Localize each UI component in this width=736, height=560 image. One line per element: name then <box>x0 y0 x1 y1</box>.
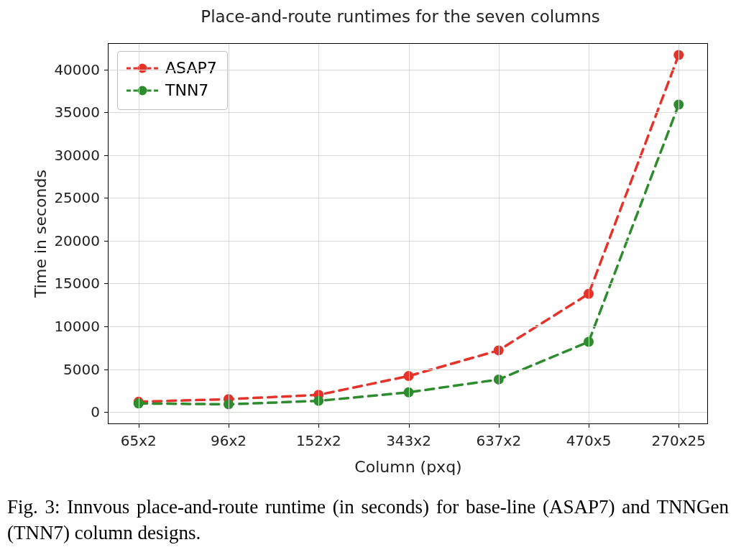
x-tick-label: 96x2 <box>211 423 247 449</box>
y-tick-label: 25000 <box>54 189 109 206</box>
gridline-vertical <box>499 44 500 423</box>
x-tick-label: 343x2 <box>386 423 431 449</box>
gridline-vertical <box>229 44 229 423</box>
gridline-vertical <box>678 44 679 423</box>
y-tick-label: 10000 <box>54 318 109 335</box>
caption-prefix: Fig. 3: <box>7 496 67 518</box>
x-tick-label: 270x25 <box>652 423 706 449</box>
gridline-horizontal <box>109 70 707 70</box>
y-tick-label: 0 <box>91 403 109 421</box>
gridline-horizontal <box>109 241 707 242</box>
gridline-horizontal <box>109 112 707 113</box>
gridline-horizontal <box>109 326 707 327</box>
plot-area: ASAP7TNN7 050001000015000200002500030000… <box>108 43 708 424</box>
y-tick-label: 30000 <box>54 147 109 164</box>
chart-title: Place-and-route runtimes for the seven c… <box>14 7 722 26</box>
legend-row: TNN7 <box>126 80 217 102</box>
x-tick-label: 637x2 <box>476 423 521 449</box>
gridline-horizontal <box>109 412 707 413</box>
gridline-vertical <box>318 44 319 423</box>
legend-label: ASAP7 <box>165 58 217 80</box>
x-tick-label: 470x5 <box>566 423 612 449</box>
gridline-vertical <box>409 44 410 423</box>
y-tick-label: 15000 <box>54 275 109 292</box>
gridline-vertical <box>589 44 589 423</box>
plot-frame: ASAP7TNN7 050001000015000200002500030000… <box>108 43 708 424</box>
y-tick-label: 40000 <box>54 61 109 78</box>
legend-label: TNN7 <box>165 80 208 102</box>
gridline-vertical <box>139 44 139 423</box>
y-axis-label: Time in seconds <box>32 170 50 298</box>
gridline-horizontal <box>109 283 707 284</box>
gridline-horizontal <box>109 198 707 198</box>
legend-swatch <box>126 60 158 76</box>
y-tick-label: 5000 <box>63 361 109 378</box>
y-tick-label: 20000 <box>54 232 109 249</box>
x-tick-label: 65x2 <box>121 423 157 449</box>
y-tick-label: 35000 <box>54 104 109 121</box>
x-axis-label: Column (pxq) <box>354 458 461 476</box>
x-tick-label: 152x2 <box>296 423 341 449</box>
caption-body: Innvous place-and-route runtime (in seco… <box>7 496 729 543</box>
figure-caption: Fig. 3: Innvous place-and-route runtime … <box>7 494 729 546</box>
legend-row: ASAP7 <box>126 58 217 80</box>
legend-swatch <box>126 83 158 98</box>
gridline-horizontal <box>109 369 707 370</box>
chart-legend: ASAP7TNN7 <box>117 51 228 110</box>
gridline-horizontal <box>109 155 707 156</box>
figure-container: Place-and-route runtimes for the seven c… <box>14 7 722 474</box>
